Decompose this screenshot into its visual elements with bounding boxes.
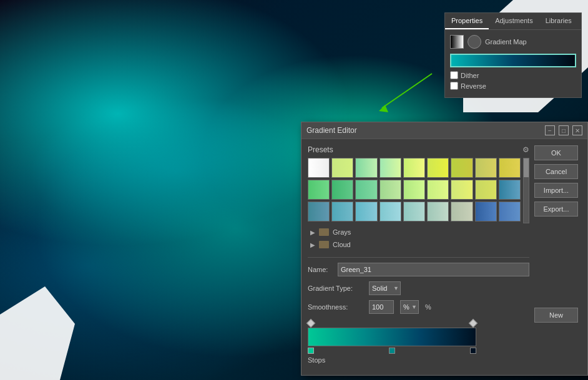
smoothness-percent-label: %	[425, 303, 431, 311]
preset-swatch-26[interactable]	[499, 202, 521, 222]
preset-swatch-21[interactable]	[380, 202, 401, 222]
presets-grid	[308, 158, 521, 223]
preset-swatch-16[interactable]	[475, 180, 497, 200]
presets-grid-wrapper	[308, 158, 529, 223]
dither-checkbox[interactable]	[450, 71, 458, 79]
smoothness-row: Smoothness: % ▼ %	[308, 300, 529, 314]
gradient-editor-titlebar: Gradient Editor − □ ✕	[301, 122, 587, 139]
gradient-map-row: Gradient Map	[450, 35, 576, 49]
preset-swatch-19[interactable]	[331, 202, 353, 222]
properties-panel: Properties Adjustments Libraries Gradien…	[444, 12, 582, 98]
gradient-type-select-wrapper: Solid Noise ▼	[369, 281, 401, 295]
folder-icon-grays	[319, 228, 329, 236]
opacity-stop-left[interactable]	[306, 319, 315, 328]
name-row: Name:	[308, 263, 529, 276]
preset-swatch-15[interactable]	[451, 180, 473, 200]
gradient-map-preview-bar[interactable]	[450, 54, 576, 67]
name-input[interactable]	[338, 263, 529, 276]
preset-swatch-18[interactable]	[308, 202, 330, 222]
presets-label: Presets	[308, 145, 333, 154]
smoothness-unit-select[interactable]: %	[400, 300, 419, 314]
reverse-row: Reverse	[450, 82, 576, 90]
new-button-spacer: New	[534, 308, 581, 323]
properties-content: Gradient Map Dither Reverse	[445, 30, 581, 97]
opacity-stop-row	[308, 320, 476, 326]
window-controls: − □ ✕	[545, 125, 582, 135]
smoothness-label: Smoothness:	[308, 303, 364, 311]
minimize-button[interactable]: −	[545, 125, 555, 135]
reverse-label: Reverse	[461, 82, 486, 90]
presets-header: Presets ⚙	[308, 145, 529, 154]
color-stop-middle[interactable]	[389, 348, 395, 354]
dither-label: Dither	[461, 72, 479, 79]
color-stop-row	[308, 348, 476, 354]
gear-icon[interactable]: ⚙	[522, 145, 529, 154]
editor-left-section: Presets ⚙ ▶	[308, 145, 529, 369]
gradient-main-bar[interactable]	[308, 328, 476, 346]
close-button[interactable]: ✕	[572, 125, 582, 135]
preset-swatch-0[interactable]	[308, 158, 330, 178]
gradient-editor-window: Gradient Editor − □ ✕ Presets ⚙	[301, 122, 588, 376]
stops-label: Stops	[308, 356, 476, 364]
separator-1	[308, 257, 529, 258]
preset-swatch-13[interactable]	[403, 180, 425, 200]
smoothness-unit-wrapper: % ▼	[400, 300, 419, 314]
preset-swatch-11[interactable]	[355, 180, 377, 200]
folder-label-cloud: Cloud	[333, 241, 351, 248]
reverse-checkbox[interactable]	[450, 82, 458, 90]
tab-adjustments[interactable]: Adjustments	[489, 13, 539, 29]
preset-swatch-3[interactable]	[380, 158, 401, 178]
preset-swatch-5[interactable]	[427, 158, 449, 178]
preset-swatch-17[interactable]	[499, 180, 521, 200]
preset-swatch-6[interactable]	[451, 158, 473, 178]
preset-swatch-25[interactable]	[475, 202, 497, 222]
gradient-editor-body: Presets ⚙ ▶	[301, 139, 587, 375]
color-stop-start[interactable]	[308, 348, 314, 354]
folder-item-cloud[interactable]: ▶ Cloud	[308, 238, 529, 251]
dither-row: Dither	[450, 71, 576, 79]
presets-scrollbar[interactable]	[523, 158, 529, 223]
preset-swatch-7[interactable]	[475, 158, 497, 178]
preset-swatch-23[interactable]	[427, 202, 449, 222]
preset-folder-list: ▶ Grays ▶ Cloud	[308, 226, 529, 251]
folder-item-grays[interactable]: ▶ Grays	[308, 226, 529, 238]
gradient-thumb-bw	[450, 35, 464, 49]
cancel-button[interactable]: Cancel	[534, 164, 578, 179]
preset-swatch-4[interactable]	[403, 158, 425, 178]
preset-swatch-9[interactable]	[308, 180, 330, 200]
preset-swatch-12[interactable]	[380, 180, 401, 200]
presets-section: Presets ⚙ ▶	[308, 145, 529, 251]
preset-swatch-10[interactable]	[331, 180, 353, 200]
preset-swatch-24[interactable]	[451, 202, 473, 222]
opacity-stop-right[interactable]	[469, 319, 478, 328]
tab-properties[interactable]: Properties	[445, 13, 489, 29]
properties-tabs: Properties Adjustments Libraries	[445, 13, 581, 30]
preset-swatch-1[interactable]	[331, 158, 353, 178]
preset-swatch-20[interactable]	[355, 202, 377, 222]
tab-libraries[interactable]: Libraries	[539, 13, 578, 29]
import-button[interactable]: Import...	[534, 183, 578, 198]
gradient-map-label: Gradient Map	[485, 38, 527, 46]
smoothness-input[interactable]	[369, 300, 394, 314]
folder-arrow-grays: ▶	[310, 229, 315, 236]
preset-swatch-22[interactable]	[403, 202, 425, 222]
new-button[interactable]: New	[534, 308, 578, 323]
export-button[interactable]: Export...	[534, 202, 578, 217]
folder-icon-cloud	[319, 241, 329, 248]
folder-arrow-cloud: ▶	[310, 241, 315, 248]
gradient-thumb-circle	[468, 35, 481, 49]
gradient-type-row: Gradient Type: Solid Noise ▼	[308, 281, 529, 295]
gradient-bar-section: Stops	[308, 320, 529, 364]
gradient-type-label: Gradient Type:	[308, 285, 364, 292]
restore-button[interactable]: □	[559, 125, 569, 135]
editor-right-buttons: OK Cancel Import... Export... New	[534, 145, 581, 369]
preset-swatch-14[interactable]	[427, 180, 449, 200]
preset-swatch-8[interactable]	[499, 158, 521, 178]
folder-label-grays: Grays	[333, 228, 351, 236]
preset-swatch-2[interactable]	[355, 158, 377, 178]
ok-button[interactable]: OK	[534, 145, 578, 160]
gradient-type-select[interactable]: Solid Noise	[369, 281, 401, 295]
gradient-editor-title: Gradient Editor	[306, 126, 357, 135]
presets-scrollbar-thumb	[524, 158, 529, 177]
color-stop-end[interactable]	[470, 348, 476, 354]
